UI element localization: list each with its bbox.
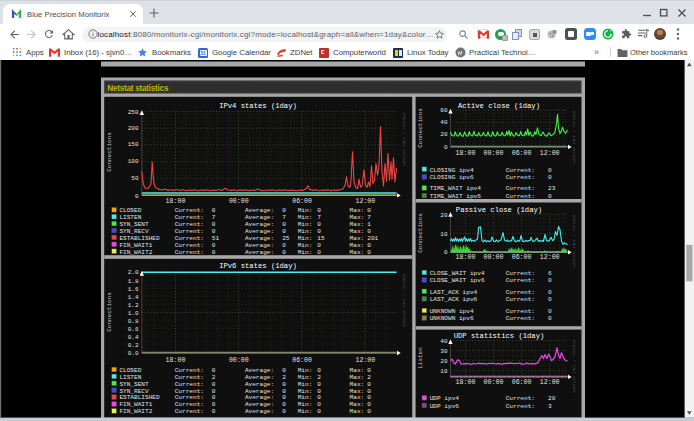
svg-text:1.4: 1.4 — [128, 294, 139, 301]
svg-text:0: 0 — [444, 144, 448, 151]
svg-text:18:00: 18:00 — [166, 357, 186, 364]
svg-text:Connections: Connections — [417, 213, 424, 253]
svg-text:RRDTOOL / TOBI OETIKER: RRDTOOL / TOBI OETIKER — [572, 111, 576, 164]
svg-text:0.0: 0.0 — [128, 350, 139, 357]
svg-text:LAST_ACK ipv4: LAST_ACK ipv4 — [430, 289, 478, 296]
svg-text:12:00: 12:00 — [540, 150, 560, 157]
svg-text:RRDTOOL / TOBI OETIKER: RRDTOOL / TOBI OETIKER — [572, 215, 576, 268]
svg-text:1.6: 1.6 — [128, 286, 139, 293]
svg-text:Min:: Min: — [298, 408, 313, 415]
svg-text:100: 100 — [128, 158, 139, 165]
svg-text:18:00: 18:00 — [166, 198, 186, 205]
svg-text:CLOSING ipv6: CLOSING ipv6 — [430, 174, 474, 181]
svg-text:18:00: 18:00 — [456, 254, 476, 261]
svg-text:20: 20 — [440, 212, 448, 219]
svg-text:60: 60 — [440, 107, 448, 114]
svg-text:50: 50 — [131, 175, 139, 182]
svg-text:0: 0 — [548, 289, 552, 296]
svg-text:Current:: Current: — [506, 403, 535, 410]
svg-text:0.2: 0.2 — [128, 342, 139, 349]
svg-text:0: 0 — [282, 408, 286, 415]
svg-text:Average:: Average: — [245, 408, 274, 415]
svg-text:0: 0 — [548, 315, 552, 322]
svg-text:Current:: Current: — [506, 308, 535, 315]
svg-text:1.8: 1.8 — [128, 278, 139, 285]
svg-text:0: 0 — [548, 167, 552, 174]
svg-text:Passive close (1day): Passive close (1day) — [456, 206, 542, 214]
svg-text:0.6: 0.6 — [128, 326, 139, 333]
svg-text:20: 20 — [440, 131, 448, 138]
svg-text:CLOSING ipv4: CLOSING ipv4 — [430, 167, 474, 174]
svg-text:3: 3 — [548, 403, 552, 410]
svg-text:12:00: 12:00 — [356, 357, 376, 364]
svg-text:0: 0 — [367, 408, 371, 415]
svg-text:Current:: Current: — [506, 277, 535, 284]
svg-text:Min:: Min: — [298, 249, 313, 256]
svg-text:150: 150 — [128, 141, 139, 148]
svg-text:Current:: Current: — [506, 174, 535, 181]
svg-text:1.0: 1.0 — [128, 310, 139, 317]
svg-text:0: 0 — [367, 249, 371, 256]
svg-text:Netstat statistics: Netstat statistics — [107, 84, 169, 93]
svg-text:Current:: Current: — [506, 315, 535, 322]
svg-text:IPv6 states (1day): IPv6 states (1day) — [219, 262, 297, 270]
svg-text:UNKNOWN ipv6: UNKNOWN ipv6 — [430, 315, 474, 322]
svg-text:00:00: 00:00 — [484, 254, 504, 261]
svg-text:12:00: 12:00 — [540, 379, 560, 386]
svg-text:Current:: Current: — [175, 408, 204, 415]
svg-text:Active close (1day): Active close (1day) — [458, 102, 540, 110]
svg-text:CLOSE_WAIT ipv6: CLOSE_WAIT ipv6 — [430, 277, 485, 284]
svg-text:0: 0 — [317, 408, 321, 415]
svg-text:Current:: Current: — [175, 249, 204, 256]
svg-text:40: 40 — [440, 119, 448, 126]
svg-text:200: 200 — [128, 125, 139, 132]
svg-text:10: 10 — [440, 231, 448, 238]
svg-text:RRDTOOL / TOBI OETIKER: RRDTOOL / TOBI OETIKER — [402, 274, 406, 327]
svg-text:30: 30 — [440, 348, 448, 355]
svg-text:Current:: Current: — [506, 167, 535, 174]
svg-text:00:00: 00:00 — [229, 198, 249, 205]
svg-text:UDP ipv6: UDP ipv6 — [430, 403, 460, 410]
svg-text:20: 20 — [440, 358, 448, 365]
svg-text:Connections: Connections — [106, 292, 113, 332]
svg-text:0: 0 — [317, 249, 321, 256]
svg-text:RRDTOOL / TOBI OETIKER: RRDTOOL / TOBI OETIKER — [402, 113, 406, 166]
svg-text:10: 10 — [440, 368, 448, 375]
svg-text:Current:: Current: — [506, 289, 535, 296]
svg-text:00:00: 00:00 — [484, 150, 504, 157]
svg-text:250: 250 — [128, 109, 139, 116]
svg-text:40: 40 — [440, 338, 448, 345]
svg-text:TIME_WAIT ipv4: TIME_WAIT ipv4 — [430, 185, 482, 192]
svg-text:0: 0 — [212, 249, 216, 256]
svg-text:RRDTOOL / TOBI OETIKER: RRDTOOL / TOBI OETIKER — [572, 340, 576, 393]
svg-text:06:00: 06:00 — [512, 150, 532, 157]
svg-text:FIN_WAIT2: FIN_WAIT2 — [119, 249, 152, 256]
svg-text:Current:: Current: — [506, 185, 535, 192]
svg-text:2.0: 2.0 — [128, 269, 139, 276]
svg-text:1.2: 1.2 — [128, 302, 139, 309]
svg-text:18:00: 18:00 — [456, 150, 476, 157]
svg-text:LAST_ACK ipv6: LAST_ACK ipv6 — [430, 296, 478, 303]
svg-text:CLOSE_WAIT ipv4: CLOSE_WAIT ipv4 — [430, 270, 485, 277]
svg-text:Average:: Average: — [245, 249, 274, 256]
svg-text:06:00: 06:00 — [512, 254, 532, 261]
svg-text:20: 20 — [548, 395, 556, 402]
svg-text:06:00: 06:00 — [292, 198, 312, 205]
svg-text:Current:: Current: — [506, 270, 535, 277]
svg-text:0: 0 — [548, 308, 552, 315]
svg-text:0.8: 0.8 — [128, 318, 139, 325]
svg-text:12:00: 12:00 — [356, 198, 376, 205]
svg-text:0: 0 — [548, 277, 552, 284]
svg-text:0: 0 — [548, 296, 552, 303]
svg-text:0: 0 — [135, 193, 139, 200]
svg-text:6: 6 — [548, 270, 552, 277]
svg-text:0: 0 — [444, 249, 448, 256]
svg-text:23: 23 — [548, 185, 556, 192]
svg-text:12:00: 12:00 — [540, 254, 560, 261]
svg-text:0: 0 — [282, 249, 286, 256]
svg-text:06:00: 06:00 — [292, 357, 312, 364]
svg-text:Listen: Listen — [417, 347, 424, 369]
svg-text:UNKNOWN ipv4: UNKNOWN ipv4 — [430, 308, 474, 315]
svg-text:Max:: Max: — [350, 249, 365, 256]
svg-text:Max:: Max: — [350, 408, 365, 415]
